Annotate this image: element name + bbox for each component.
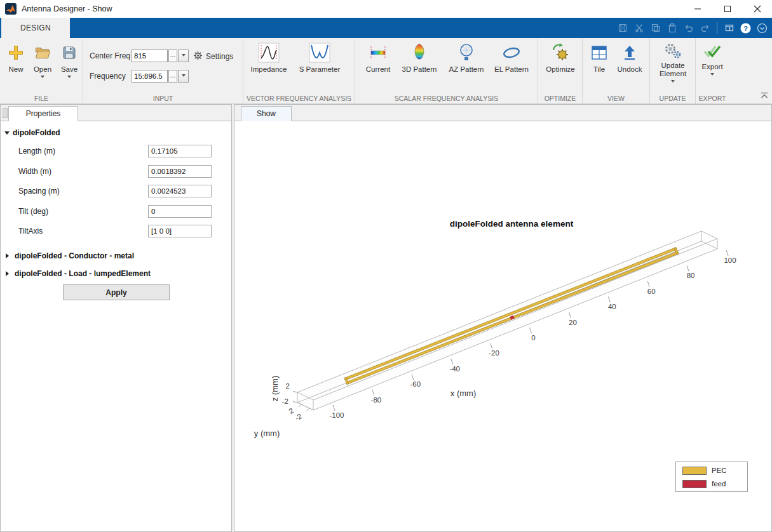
properties-panel: Properties dipoleFolded Length (m) Width… (0, 104, 232, 532)
ribbon-section-file: New Open Save FILE (0, 38, 83, 103)
current-button[interactable]: Current (362, 40, 395, 74)
open-button[interactable]: Open (30, 40, 55, 80)
qat-undo-icon[interactable] (681, 21, 696, 36)
property-row: Tilt (deg) (1, 205, 231, 218)
section-label-vector: VECTOR FREQUENCY ANALYSIS (243, 95, 355, 102)
el-pattern-button[interactable]: EL Pattern (491, 40, 532, 74)
spacing-field[interactable] (148, 185, 212, 197)
current-icon (369, 40, 388, 65)
frequency-field[interactable] (132, 70, 168, 83)
collapse-ribbon-button[interactable] (760, 90, 769, 102)
qat-paste-icon[interactable] (665, 21, 679, 36)
tilt-field[interactable] (148, 205, 212, 218)
qat-copy-icon[interactable] (648, 21, 663, 36)
impedance-button[interactable]: Impedance (248, 40, 289, 74)
center-freq-field[interactable] (132, 50, 168, 62)
close-button[interactable] (742, 0, 772, 18)
panel-grip[interactable] (3, 108, 8, 118)
maximize-button[interactable] (712, 0, 742, 18)
group-load[interactable]: dipoleFolded - Load - lumpedElement (4, 269, 151, 279)
section-label-update: UPDATE (650, 95, 695, 102)
z-tick-labels: 2-2 (282, 382, 290, 405)
frequency-dropdown-button[interactable] (178, 70, 189, 83)
update-element-label: Update Element (656, 62, 690, 78)
ribbon-tabstrip: DESIGN ? (0, 18, 772, 38)
svg-text:-80: -80 (371, 396, 382, 404)
section-label-input: INPUT (83, 95, 243, 102)
center-freq-more-button[interactable]: ... (168, 50, 177, 62)
section-label-export: EXPORT (696, 95, 729, 102)
tab-design[interactable]: DESIGN (1, 18, 70, 38)
minimize-button[interactable] (682, 0, 712, 18)
pattern-3d-button[interactable]: 3D Pattern (400, 40, 439, 74)
frequency-more-button[interactable]: ... (168, 70, 177, 83)
tiltaxis-label: TiltAxis (18, 225, 43, 237)
optimize-button[interactable]: Optimize (541, 40, 579, 74)
qat-help-icon[interactable]: ? (738, 21, 753, 36)
group-conductor[interactable]: dipoleFolded - Conductor - metal (4, 251, 134, 261)
update-element-button[interactable]: Update Element (654, 40, 692, 84)
el-pattern-label: EL Pattern (494, 65, 529, 74)
width-field[interactable] (148, 165, 212, 178)
matlab-logo-icon (5, 3, 17, 15)
save-icon (62, 40, 77, 65)
ribbon-section-scalar: Current 3D Pattern AZ Pattern EL Pattern (355, 38, 538, 103)
new-button[interactable]: New (3, 40, 29, 74)
plot-area[interactable]: dipoleFolded antenna element x (mm) y (m… (234, 121, 771, 531)
x-axis-label: x (mm) (450, 389, 476, 398)
center-freq-dropdown-button[interactable] (178, 50, 189, 62)
qat-save-icon[interactable] (615, 21, 630, 36)
collapse-expanded-icon (4, 131, 10, 137)
collapse-collapsed-icon (6, 253, 11, 258)
qat-separator (717, 22, 717, 34)
qat-cut-icon[interactable] (632, 21, 646, 36)
pattern-3d-icon (410, 40, 428, 65)
save-dropdown-icon (67, 76, 71, 80)
section-label-scalar: SCALAR FREQUENCY ANALYSIS (355, 95, 538, 102)
s-parameter-button[interactable]: S Parameter (297, 40, 342, 74)
apply-button[interactable]: Apply (63, 284, 170, 300)
undock-button[interactable]: Undock (614, 40, 645, 74)
x-tick-labels: -100-80-60-40-20020406080100 (329, 250, 736, 419)
spacing-label: Spacing (m) (18, 185, 60, 197)
svg-text:-40: -40 (449, 365, 460, 373)
show-tab-label: Show (257, 109, 276, 118)
width-label: Width (m) (18, 165, 51, 178)
ribbon-section-vector: Impedance S Parameter VECTOR FREQUENCY A… (243, 38, 355, 103)
az-pattern-button[interactable]: AZ Pattern (445, 40, 487, 74)
group-dipolefolded[interactable]: dipoleFolded (4, 128, 60, 138)
ribbon-section-view: Tile Undock VIEW (583, 38, 650, 103)
length-field[interactable] (148, 145, 212, 157)
svg-text:-20: -20 (489, 349, 499, 357)
qat-collapse-icon[interactable] (755, 21, 769, 36)
az-pattern-icon (457, 40, 475, 65)
tab-show[interactable]: Show (241, 106, 292, 121)
y-tick-labels: 2-2 (287, 406, 303, 422)
undock-icon (622, 40, 637, 65)
qat-layout-icon[interactable] (722, 21, 736, 36)
svg-text:-60: -60 (410, 380, 421, 388)
tab-properties[interactable]: Properties (8, 106, 78, 121)
save-button[interactable]: Save (57, 40, 82, 80)
ribbon-section-optimize: Optimize OPTIMIZE (538, 38, 583, 103)
open-folder-icon (34, 40, 51, 65)
window-controls (682, 0, 772, 18)
svg-text:80: 80 (687, 272, 695, 279)
export-button[interactable]: Export (697, 40, 728, 77)
group-dipolefolded-label: dipoleFolded (13, 128, 60, 137)
tile-button[interactable]: Tile (588, 40, 611, 74)
plot-title: dipoleFolded antenna element (450, 219, 574, 229)
svg-text:2: 2 (287, 406, 295, 415)
export-label: Export (701, 63, 722, 71)
tile-label: Tile (593, 65, 605, 74)
legend-row: PEC (682, 465, 747, 475)
qat-redo-icon[interactable] (698, 21, 712, 36)
s-parameter-icon (309, 40, 330, 65)
s-parameter-label: S Parameter (299, 65, 341, 74)
settings-button[interactable]: Settings (193, 51, 233, 62)
tiltaxis-field[interactable] (148, 225, 212, 237)
new-label: New (8, 65, 23, 74)
svg-text:-2: -2 (294, 412, 303, 422)
svg-text:-2: -2 (282, 397, 288, 405)
svg-text:20: 20 (569, 319, 577, 326)
